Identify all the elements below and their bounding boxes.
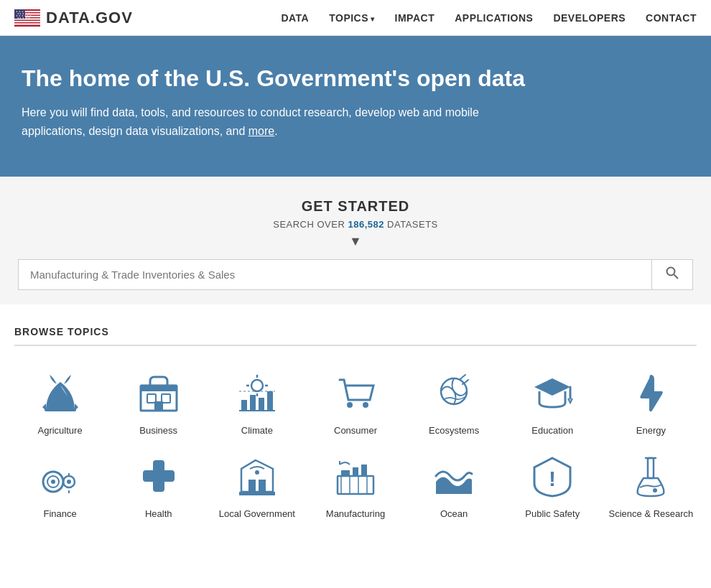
energy-icon	[626, 368, 676, 418]
topic-ocean[interactable]: Ocean	[409, 451, 500, 521]
search-dropdown-arrow: ▼	[14, 234, 697, 249]
nav-data[interactable]: DATA	[281, 12, 309, 24]
svg-rect-49	[361, 465, 367, 476]
ocean-icon	[429, 451, 479, 501]
nav-developers[interactable]: DEVELOPERS	[553, 12, 626, 24]
topic-ecosystems[interactable]: Ecosystems	[409, 368, 500, 437]
dataset-count-line: SEARCH OVER 186,582 DATASETS	[14, 219, 697, 230]
more-link[interactable]: more	[248, 125, 274, 137]
business-icon	[134, 368, 184, 418]
svg-rect-47	[341, 470, 350, 476]
get-started-heading: GET STARTED	[14, 198, 697, 215]
public-safety-label: Public Safety	[525, 508, 580, 521]
svg-rect-6	[14, 23, 40, 24]
topic-consumer[interactable]: Consumer	[310, 368, 401, 437]
flag-icon: ★ ★ ★ ★ ★ ★ ★ ★ ★ ★ ★ ★ ★ ★ ★ ★ ★ ★ ★ ★ …	[14, 9, 40, 27]
manufacturing-icon	[330, 451, 381, 501]
search-bar	[18, 259, 693, 290]
svg-rect-26	[250, 395, 256, 411]
browse-section: BROWSE TOPICS Agriculture Business Clima…	[0, 304, 711, 550]
agriculture-icon	[35, 368, 85, 418]
nav-contact[interactable]: CONTACT	[646, 12, 697, 24]
science-research-icon	[626, 451, 676, 501]
hero-description: Here you will find data, tools, and reso…	[22, 103, 524, 140]
topic-local-government[interactable]: Local Government	[211, 451, 302, 521]
svg-text:!: !	[549, 467, 556, 490]
site-logo[interactable]: ★ ★ ★ ★ ★ ★ ★ ★ ★ ★ ★ ★ ★ ★ ★ ★ ★ ★ ★ ★ …	[14, 9, 133, 27]
svg-rect-41	[143, 470, 175, 482]
svg-point-20	[251, 380, 263, 391]
agriculture-label: Agriculture	[38, 425, 83, 437]
svg-point-31	[347, 402, 353, 408]
logo-text: DATA.GOV	[46, 9, 133, 27]
hero-section: The home of the U.S. Government's open d…	[0, 36, 711, 177]
topic-energy[interactable]: Energy	[605, 368, 697, 437]
topic-health[interactable]: Health	[113, 451, 204, 521]
svg-line-13	[674, 274, 679, 279]
consumer-label: Consumer	[334, 425, 377, 437]
topic-agriculture[interactable]: Agriculture	[14, 368, 106, 437]
svg-rect-14	[45, 409, 76, 411]
svg-rect-5	[14, 21, 40, 22]
climate-icon	[232, 368, 282, 418]
topic-manufacturing[interactable]: Manufacturing	[310, 451, 401, 521]
nav-topics[interactable]: TOPICS▾	[329, 12, 374, 24]
browse-topics-title: BROWSE TOPICS	[14, 326, 697, 346]
svg-rect-25	[241, 400, 247, 411]
ecosystems-icon	[429, 368, 479, 418]
main-nav: ★ ★ ★ ★ ★ ★ ★ ★ ★ ★ ★ ★ ★ ★ ★ ★ ★ ★ ★ ★ …	[0, 0, 711, 36]
svg-point-45	[255, 470, 259, 475]
svg-rect-44	[259, 480, 266, 492]
local-government-label: Local Government	[219, 508, 295, 521]
consumer-icon	[330, 368, 381, 418]
svg-rect-27	[259, 398, 264, 411]
nav-impact[interactable]: IMPACT	[395, 12, 435, 24]
svg-point-12	[667, 267, 675, 275]
svg-rect-19	[154, 401, 163, 411]
finance-icon	[35, 451, 85, 501]
local-government-icon	[232, 451, 282, 501]
search-icon	[665, 266, 679, 280]
topics-dropdown-arrow: ▾	[371, 15, 375, 23]
svg-point-37	[51, 480, 55, 484]
topic-finance[interactable]: Finance	[14, 451, 106, 521]
topic-business[interactable]: Business	[113, 368, 204, 437]
nav-links: DATA TOPICS▾ IMPACT APPLICATIONS DEVELOP…	[281, 11, 697, 24]
energy-label: Energy	[636, 425, 666, 437]
svg-rect-28	[267, 391, 273, 411]
search-button[interactable]	[651, 260, 692, 289]
topic-climate[interactable]: Climate	[211, 368, 302, 437]
svg-point-56	[653, 488, 657, 493]
business-label: Business	[139, 425, 177, 437]
education-icon	[527, 368, 577, 418]
ocean-label: Ocean	[440, 508, 468, 521]
get-started-section: GET STARTED SEARCH OVER 186,582 DATASETS…	[0, 177, 711, 304]
svg-rect-48	[353, 467, 358, 476]
search-input[interactable]	[19, 260, 651, 289]
topic-public-safety[interactable]: ! Public Safety	[507, 451, 598, 521]
health-icon	[134, 451, 184, 501]
hero-title: The home of the U.S. Government's open d…	[22, 65, 689, 92]
climate-label: Climate	[241, 425, 273, 437]
svg-point-32	[363, 402, 368, 408]
manufacturing-label: Manufacturing	[326, 508, 385, 521]
svg-point-39	[67, 480, 71, 484]
public-safety-icon: !	[527, 451, 577, 501]
svg-rect-46	[338, 476, 373, 494]
ecosystems-label: Ecosystems	[429, 425, 479, 437]
svg-rect-16	[141, 386, 177, 391]
topics-grid: Agriculture Business Climate Consumer	[14, 368, 697, 521]
finance-label: Finance	[43, 508, 76, 521]
svg-rect-55	[648, 458, 654, 478]
svg-rect-43	[248, 480, 256, 492]
dataset-count-link[interactable]: 186,582	[348, 219, 384, 230]
education-label: Education	[531, 425, 573, 437]
nav-applications[interactable]: APPLICATIONS	[455, 12, 533, 24]
topic-science-research[interactable]: Science & Research	[605, 451, 697, 521]
svg-text:★ ★ ★ ★ ★: ★ ★ ★ ★ ★	[17, 16, 30, 19]
health-label: Health	[145, 508, 172, 521]
topic-education[interactable]: Education	[507, 368, 598, 437]
science-research-label: Science & Research	[609, 508, 694, 521]
